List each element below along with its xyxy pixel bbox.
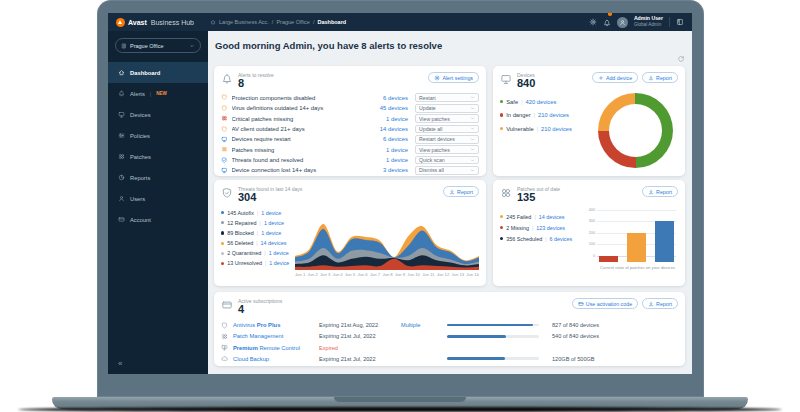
alert-devices-link[interactable]: 45 devices: [364, 105, 408, 111]
legend-devices-link[interactable]: 123 devices: [536, 225, 565, 231]
sidebar-collapse-button[interactable]: «: [118, 359, 122, 368]
sidebar-item-users[interactable]: Users: [108, 188, 208, 209]
legend-dot: [500, 100, 503, 103]
x-tick-label: Jun 8: [382, 272, 392, 277]
alert-action-select[interactable]: Restart: [415, 93, 479, 102]
notification-badge-dot: [608, 13, 612, 16]
alert-action-select[interactable]: Update: [415, 104, 479, 113]
alert-settings-button[interactable]: Alert settings: [428, 72, 479, 83]
user-block[interactable]: Admin User Global Admin: [634, 16, 663, 27]
alerts-bell-icon: [221, 73, 233, 85]
alert-label: Devices require restart: [232, 136, 361, 142]
new-badge: NEW: [156, 91, 167, 96]
bar-missing: [599, 256, 618, 262]
legend-devices-link[interactable]: 210 devices: [538, 112, 569, 118]
alert-action-select[interactable]: Quick scan: [415, 156, 479, 165]
site-selector[interactable]: Prague Office: [115, 38, 201, 53]
legend-item: 145 Autofix|1 device: [221, 210, 295, 216]
legend-devices-link[interactable]: 1 device: [261, 210, 281, 216]
legend-devices-link[interactable]: 1 device: [269, 260, 289, 266]
patches-icon: [500, 187, 512, 199]
sidebar-item-alerts[interactable]: Alerts | NEW: [108, 83, 208, 104]
legend-item: 13 Unresolved|1 device: [221, 260, 295, 266]
sidebar-item-account[interactable]: Account: [108, 209, 208, 230]
legend-dot: [500, 127, 503, 130]
subscription-name[interactable]: Antivirus Pro Plus: [233, 322, 319, 328]
bell-icon: [603, 19, 611, 27]
alert-type-icon: [221, 94, 228, 101]
legend-devices-link[interactable]: 14 devices: [261, 240, 287, 246]
add-device-button[interactable]: Add device: [592, 72, 638, 83]
legend-devices-link[interactable]: 1 device: [269, 250, 289, 256]
legend-item: 2 Missing|123 devices: [500, 225, 584, 231]
devices-card: Devices 840 Add device Report: [493, 66, 685, 176]
notifications-bell[interactable]: [603, 13, 611, 31]
subscription-name[interactable]: Cloud Backup: [233, 356, 319, 362]
alert-action-select[interactable]: View patches: [415, 114, 479, 123]
legend-devices-link[interactable]: 420 devices: [525, 99, 556, 105]
x-tick-label: Jun 13: [451, 272, 464, 277]
legend-devices-link[interactable]: 1 device: [264, 220, 284, 226]
legend-devices-link[interactable]: 6 devices: [549, 236, 572, 242]
legend-devices-link[interactable]: 1 device: [261, 230, 281, 236]
alert-devices-link[interactable]: 3 devices: [364, 167, 408, 173]
alert-action-select[interactable]: View patches: [415, 145, 479, 154]
legend-dot: [500, 113, 503, 116]
alert-devices-link[interactable]: 1 device: [364, 147, 408, 153]
sidebar-item-label: Alerts: [130, 91, 145, 97]
legend-devices-link[interactable]: 14 devices: [539, 214, 565, 220]
breadcrumb-org[interactable]: Large Business Acc.: [219, 19, 269, 25]
subscription-name[interactable]: Premium Remote Control: [233, 345, 319, 351]
alert-devices-link[interactable]: 1 device: [364, 116, 408, 122]
sidebar-item-policies[interactable]: Policies: [108, 125, 208, 146]
dashboard-icon: [118, 69, 125, 76]
alerts-count: 8: [238, 78, 274, 90]
legend-devices-link[interactable]: 210 devices: [541, 126, 572, 132]
subscriptions-report-button[interactable]: Report: [642, 298, 678, 309]
breadcrumb-site[interactable]: Prague Office: [276, 19, 310, 25]
subscription-expiry: Expiring 21st Aug, 2022: [319, 322, 401, 328]
remote-control-icon: [221, 344, 228, 351]
patches-bar-chart: 4003002001000 Current state of patches o…: [584, 210, 678, 270]
threats-legend: 145 Autofix|1 device 12 Repaired|1 devic…: [221, 208, 295, 277]
alert-devices-link[interactable]: 1 device: [364, 157, 408, 163]
alert-devices-link[interactable]: 6 devices: [364, 136, 408, 142]
devices-monitor-icon: [500, 73, 512, 85]
subscription-multiple-link[interactable]: Multiple: [401, 322, 447, 328]
download-icon: [449, 189, 455, 195]
sidebar-item-devices[interactable]: Devices: [108, 104, 208, 125]
laptop-bezel: Avast Business Hub Large Business Acc. /…: [97, 0, 704, 397]
sidebar-item-patches[interactable]: Patches: [108, 146, 208, 167]
chevron-down-icon: [470, 147, 475, 152]
alert-row: Protection components disabled 6 devices…: [221, 93, 479, 103]
help-panel-icon[interactable]: [676, 18, 684, 26]
chevron-down-icon: [470, 126, 475, 131]
patches-report-button[interactable]: Report: [642, 186, 678, 197]
legend-dot: [221, 242, 224, 245]
alert-action-select[interactable]: Dismiss all: [415, 166, 479, 175]
subscription-name[interactable]: Patch Management: [233, 333, 319, 339]
threats-report-button[interactable]: Report: [443, 186, 479, 197]
settings-gear-icon[interactable]: [589, 18, 597, 26]
legend-item: 89 Blocked|1 device: [221, 230, 295, 236]
devices-donut-chart: [598, 93, 673, 168]
alert-type-icon: [221, 146, 228, 153]
patches-count: 135: [517, 192, 560, 204]
alert-action-select[interactable]: Update all: [415, 125, 479, 134]
use-activation-code-button[interactable]: Use activation code: [572, 298, 638, 309]
alert-devices-link[interactable]: 6 devices: [364, 95, 408, 101]
legend-item: 2 Quarantined|1 device: [221, 250, 295, 256]
avatar[interactable]: [617, 17, 628, 28]
sidebar-item-label: Devices: [130, 112, 151, 118]
laptop-base-notch: [334, 397, 466, 402]
laptop-mockup: Avast Business Hub Large Business Acc. /…: [0, 0, 800, 412]
alert-action-select[interactable]: Restart devices: [415, 135, 479, 144]
y-tick-label: 100: [589, 242, 595, 246]
refresh-icon[interactable]: [677, 55, 685, 63]
sidebar-item-dashboard[interactable]: Dashboard: [108, 62, 208, 83]
alert-devices-link[interactable]: 14 devices: [364, 126, 408, 132]
sidebar-item-reports[interactable]: Reports: [108, 167, 208, 188]
devices-report-button[interactable]: Report: [642, 72, 678, 83]
legend-dot: [221, 262, 224, 265]
bar-failed: [627, 233, 646, 261]
